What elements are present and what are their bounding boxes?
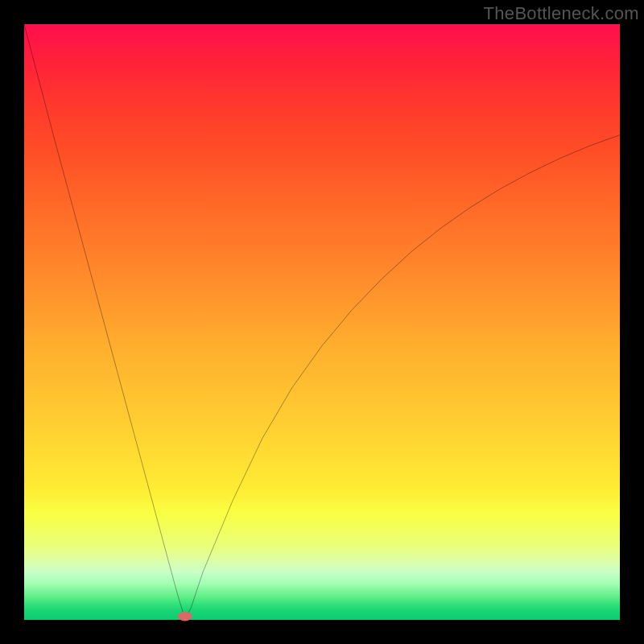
- minimum-marker-icon: [178, 612, 192, 621]
- bottleneck-curve: [24, 24, 620, 619]
- chart-svg: [24, 24, 620, 620]
- watermark-text: TheBottleneck.com: [484, 3, 639, 24]
- chart-container: TheBottleneck.com: [0, 0, 644, 644]
